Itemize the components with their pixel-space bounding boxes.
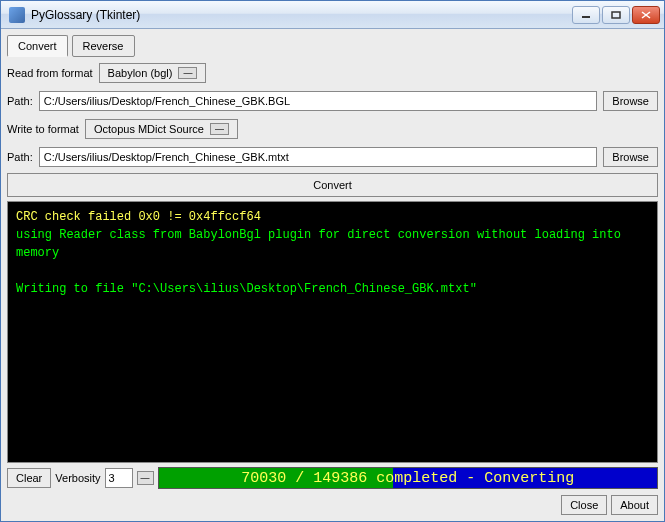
console-line: Writing to file "C:\Users\ilius\Desktop\… [16, 280, 649, 298]
read-format-dropdown[interactable]: Babylon (bgl) — [99, 63, 207, 83]
read-path-label: Path: [7, 95, 33, 107]
write-format-label: Write to format [7, 123, 79, 135]
minimize-button[interactable] [572, 6, 600, 24]
console-line: using Reader class from BabylonBgl plugi… [16, 226, 649, 262]
tab-convert[interactable]: Convert [7, 35, 68, 57]
clear-button[interactable]: Clear [7, 468, 51, 488]
write-browse-button[interactable]: Browse [603, 147, 658, 167]
write-format-dropdown[interactable]: Octopus MDict Source — [85, 119, 238, 139]
convert-button[interactable]: Convert [7, 173, 658, 197]
titlebar[interactable]: PyGlossary (Tkinter) [1, 1, 664, 29]
close-window-button[interactable] [632, 6, 660, 24]
bottom-bar: Close About [7, 495, 658, 515]
read-format-row: Read from format Babylon (bgl) — [7, 61, 658, 85]
footer: Clear Verbosity — 70030 / 149386 complet… [7, 467, 658, 489]
progress-text: 70030 / 149386 completed - Converting [159, 468, 657, 488]
read-path-input[interactable] [39, 91, 598, 111]
tabs: Convert Reverse [7, 35, 658, 57]
read-path-row: Path: Browse [7, 89, 658, 113]
tab-reverse[interactable]: Reverse [72, 35, 135, 57]
app-icon [9, 7, 25, 23]
close-button[interactable]: Close [561, 495, 607, 515]
write-path-input[interactable] [39, 147, 598, 167]
verbosity-input[interactable] [105, 468, 133, 488]
maximize-button[interactable] [602, 6, 630, 24]
app-window: PyGlossary (Tkinter) Convert Reverse Rea… [0, 0, 665, 522]
verbosity-dropdown-toggle[interactable]: — [137, 471, 154, 485]
write-format-row: Write to format Octopus MDict Source — [7, 117, 658, 141]
svg-rect-1 [612, 12, 620, 18]
content-area: Convert Reverse Read from format Babylon… [1, 29, 664, 521]
read-format-label: Read from format [7, 67, 93, 79]
verbosity-label: Verbosity [55, 472, 100, 484]
write-path-label: Path: [7, 151, 33, 163]
read-browse-button[interactable]: Browse [603, 91, 658, 111]
write-path-row: Path: Browse [7, 145, 658, 169]
read-format-value: Babylon (bgl) [108, 67, 173, 79]
window-title: PyGlossary (Tkinter) [31, 8, 572, 22]
write-format-value: Octopus MDict Source [94, 123, 204, 135]
about-button[interactable]: About [611, 495, 658, 515]
progress-bar: 70030 / 149386 completed - Converting [158, 467, 658, 489]
chevron-down-icon: — [210, 123, 229, 135]
chevron-down-icon: — [178, 67, 197, 79]
console-output: CRC check failed 0x0 != 0x4ffccf64 using… [7, 201, 658, 463]
console-line: CRC check failed 0x0 != 0x4ffccf64 [16, 208, 649, 226]
